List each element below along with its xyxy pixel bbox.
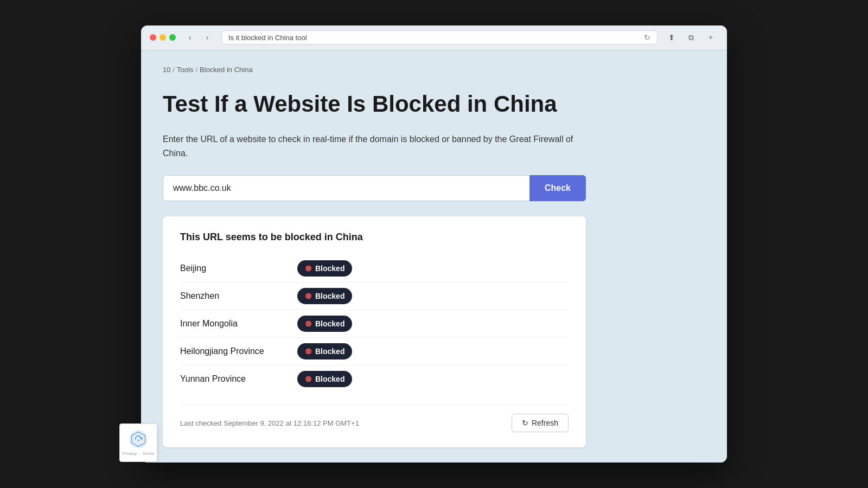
recaptcha-badge: Privacy - Terms — [119, 423, 157, 462]
blocked-status: Blocked — [315, 264, 344, 273]
blocked-status: Blocked — [315, 375, 344, 383]
recaptcha-privacy[interactable]: Privacy — [123, 451, 137, 456]
browser-window: ‹ › Is it blocked in China tool ↻ ⬆ ⧉ ＋ … — [141, 25, 727, 463]
blocked-icon: ⊗ — [305, 346, 312, 356]
blocked-badge: ⊗Blocked — [297, 371, 352, 387]
location-name: Beijing — [180, 264, 289, 273]
blocked-status: Blocked — [315, 319, 344, 328]
browser-content: 10 / Tools / Blocked in China Test If a … — [141, 50, 727, 463]
blocked-icon: ⊗ — [305, 374, 312, 384]
breadcrumb-sep1: / — [173, 66, 175, 74]
breadcrumb: 10 / Tools / Blocked in China — [163, 66, 705, 74]
location-row: Heilongjiang Province⊗Blocked — [180, 338, 569, 365]
breadcrumb-tools[interactable]: Tools — [177, 66, 193, 74]
refresh-label: Refresh — [532, 419, 558, 427]
results-card: This URL seems to be blocked in China Be… — [163, 216, 586, 447]
url-form: Check — [163, 175, 586, 201]
blocked-badge: ⊗Blocked — [297, 260, 352, 277]
share-button[interactable]: ⬆ — [664, 30, 679, 45]
location-name: Inner Mongolia — [180, 319, 289, 329]
blocked-icon: ⊗ — [305, 291, 312, 301]
blocked-icon: ⊗ — [305, 319, 312, 329]
location-name: Yunnan Province — [180, 374, 289, 384]
minimize-button[interactable] — [159, 34, 166, 41]
reload-icon[interactable]: ↻ — [644, 33, 650, 42]
location-name: Shenzhen — [180, 291, 289, 301]
traffic-lights — [150, 34, 176, 41]
location-row: Yunnan Province⊗Blocked — [180, 365, 569, 393]
refresh-button[interactable]: ↻ Refresh — [512, 414, 569, 432]
recaptcha-sep: - — [139, 451, 141, 456]
maximize-button[interactable] — [169, 34, 176, 41]
back-button[interactable]: ‹ — [182, 30, 197, 45]
new-tab-button[interactable]: ＋ — [703, 30, 718, 45]
blocked-status: Blocked — [315, 347, 344, 356]
address-bar[interactable]: Is it blocked in China tool ↻ — [221, 30, 658, 44]
blocked-badge: ⊗Blocked — [297, 343, 352, 359]
results-footer: Last checked September 9, 2022 at 12:16:… — [180, 404, 569, 432]
blocked-icon: ⊗ — [305, 264, 312, 273]
blocked-badge: ⊗Blocked — [297, 288, 352, 304]
refresh-icon: ↻ — [522, 419, 528, 427]
forward-button[interactable]: › — [200, 30, 215, 45]
page-title: Test If a Website Is Blocked in China — [163, 91, 705, 117]
nav-buttons: ‹ › — [182, 30, 215, 45]
recaptcha-links: Privacy - Terms — [123, 451, 155, 456]
recaptcha-logo — [129, 429, 148, 449]
browser-actions: ⬆ ⧉ ＋ — [664, 30, 718, 45]
location-rows: Beijing⊗BlockedShenzhen⊗BlockedInner Mon… — [180, 255, 569, 393]
close-button[interactable] — [150, 34, 156, 41]
location-name: Heilongjiang Province — [180, 346, 289, 356]
blocked-badge: ⊗Blocked — [297, 316, 352, 332]
blocked-status: Blocked — [315, 292, 344, 300]
breadcrumb-current: Blocked in China — [200, 66, 253, 74]
page-description: Enter the URL of a website to check in r… — [163, 132, 586, 160]
location-row: Shenzhen⊗Blocked — [180, 282, 569, 310]
location-row: Beijing⊗Blocked — [180, 255, 569, 282]
breadcrumb-sep2: / — [195, 66, 197, 74]
location-row: Inner Mongolia⊗Blocked — [180, 310, 569, 338]
browser-titlebar: ‹ › Is it blocked in China tool ↻ ⬆ ⧉ ＋ — [141, 25, 727, 50]
last-checked: Last checked September 9, 2022 at 12:16:… — [180, 419, 359, 427]
url-input[interactable] — [163, 175, 529, 201]
check-button[interactable]: Check — [529, 175, 586, 201]
breadcrumb-home[interactable]: 10 — [163, 66, 170, 74]
results-title: This URL seems to be blocked in China — [180, 232, 569, 243]
address-text: Is it blocked in China tool — [228, 34, 307, 42]
sidebar-button[interactable]: ⧉ — [684, 30, 699, 45]
recaptcha-terms[interactable]: Terms — [143, 451, 155, 456]
